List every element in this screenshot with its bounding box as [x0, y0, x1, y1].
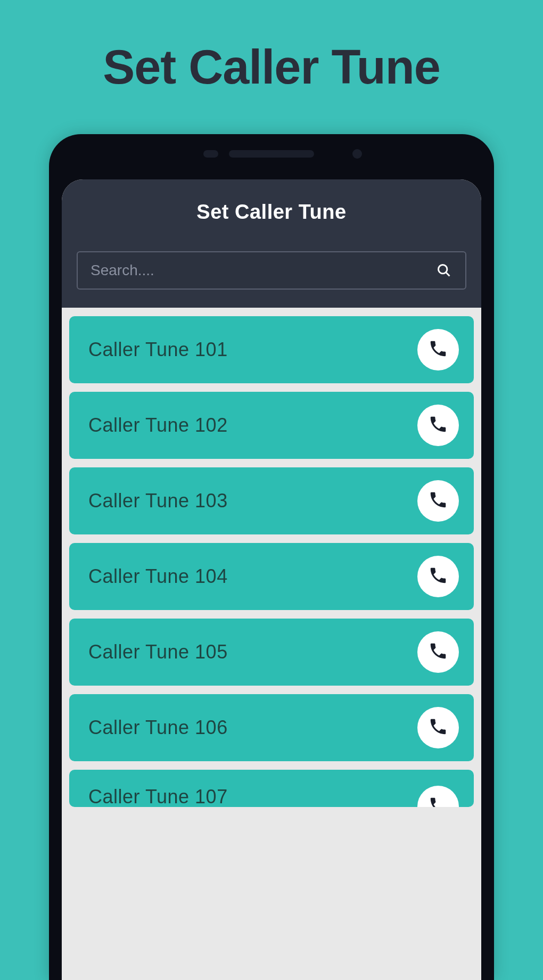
app-title: Set Caller Tune [77, 201, 466, 224]
phone-button[interactable] [417, 631, 459, 673]
phone-icon [428, 339, 448, 361]
item-label: Caller Tune 103 [88, 490, 228, 512]
phone-button[interactable] [417, 707, 459, 748]
phone-speaker [229, 150, 314, 158]
phone-button[interactable] [417, 405, 459, 446]
tune-list: Caller Tune 101 Caller Tune 102 Caller T… [62, 308, 481, 816]
phone-icon [428, 414, 448, 437]
phone-frame: Set Caller Tune Caller Tune 101 Caller T… [49, 134, 494, 980]
item-label: Caller Tune 101 [88, 339, 228, 361]
search-icon[interactable] [435, 262, 452, 279]
phone-button[interactable] [417, 786, 459, 807]
phone-icon [428, 490, 448, 512]
phone-sensor [203, 150, 218, 158]
phone-button[interactable] [417, 480, 459, 522]
page-title: Set Caller Tune [0, 0, 543, 95]
search-bar[interactable] [77, 251, 466, 290]
list-item[interactable]: Caller Tune 104 [69, 543, 474, 610]
phone-button[interactable] [417, 556, 459, 597]
svg-line-1 [446, 273, 450, 276]
search-input[interactable] [90, 262, 435, 279]
item-label: Caller Tune 105 [88, 641, 228, 663]
list-item[interactable]: Caller Tune 101 [69, 316, 474, 383]
list-item[interactable]: Caller Tune 102 [69, 392, 474, 459]
list-item[interactable]: Caller Tune 105 [69, 619, 474, 686]
phone-icon [428, 565, 448, 588]
item-label: Caller Tune 102 [88, 414, 228, 437]
phone-icon [428, 641, 448, 663]
list-item[interactable]: Caller Tune 103 [69, 467, 474, 534]
phone-icon [428, 717, 448, 739]
phone-button[interactable] [417, 329, 459, 370]
list-item[interactable]: Caller Tune 106 [69, 694, 474, 761]
list-item[interactable]: Caller Tune 107 [69, 770, 474, 807]
phone-icon [428, 795, 448, 807]
item-label: Caller Tune 106 [88, 717, 228, 739]
item-label: Caller Tune 107 [88, 786, 228, 807]
phone-camera [352, 149, 362, 159]
svg-point-0 [439, 265, 447, 274]
item-label: Caller Tune 104 [88, 565, 228, 588]
header-section: Set Caller Tune [62, 179, 481, 308]
app-screen: Set Caller Tune Caller Tune 101 Caller T… [62, 179, 481, 980]
